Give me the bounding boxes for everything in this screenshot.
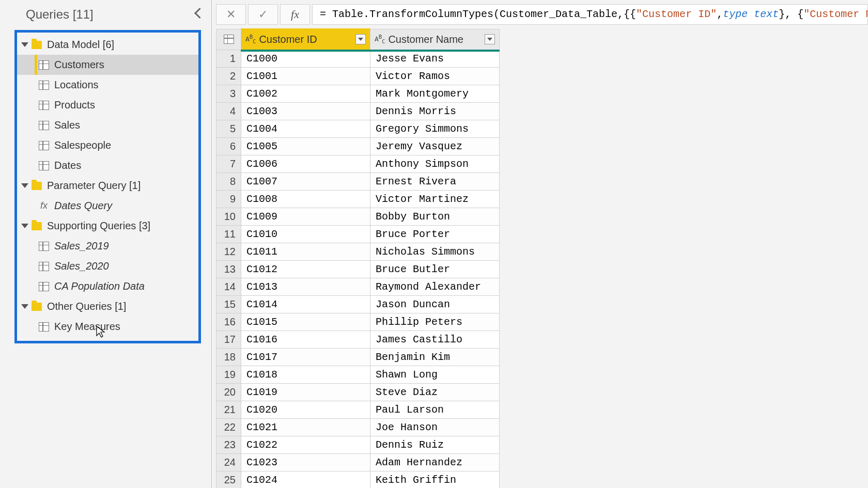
folder-row[interactable]: Other Queries [1] [17,296,198,317]
row-number[interactable]: 9 [216,190,241,208]
query-item[interactable]: Salespeople [17,135,198,155]
query-item[interactable]: Products [17,95,198,115]
row-number[interactable]: 18 [216,348,241,366]
cell-customer-id[interactable]: C1018 [241,366,370,383]
folder-row[interactable]: Supporting Queries [3] [17,216,198,236]
row-number[interactable]: 1 [216,50,241,67]
table-row[interactable]: 16C1015Phillip Peters [216,313,500,330]
table-row[interactable]: 3C1002Mark Montgomery [216,85,500,102]
table-row[interactable]: 25C1024Keith Griffin [216,471,500,488]
row-number[interactable]: 5 [216,120,241,137]
formula-cancel-button[interactable]: ✕ [216,4,246,25]
cell-customer-id[interactable]: C1003 [241,102,370,120]
table-corner-button[interactable] [216,29,241,50]
table-row[interactable]: 2C1001Victor Ramos [216,67,500,85]
cell-customer-id[interactable]: C1020 [241,401,370,418]
row-number[interactable]: 3 [216,85,241,102]
cell-customer-name[interactable]: Jeremy Vasquez [370,137,500,155]
row-number[interactable]: 23 [216,436,241,453]
cell-customer-id[interactable]: C1022 [241,436,370,453]
table-row[interactable]: 22C1021Joe Hanson [216,418,500,436]
row-number[interactable]: 6 [216,137,241,155]
cell-customer-name[interactable]: Jason Duncan [370,295,500,313]
cell-customer-name[interactable]: Mark Montgomery [370,85,500,102]
table-row[interactable]: 17C1016James Castillo [216,330,500,348]
table-row[interactable]: 5C1004Gregory Simmons [216,120,500,137]
cell-customer-id[interactable]: C1024 [241,471,370,488]
cell-customer-name[interactable]: Adam Hernandez [370,453,500,471]
cell-customer-id[interactable]: C1019 [241,383,370,401]
table-row[interactable]: 19C1018Shawn Long [216,366,500,383]
cell-customer-name[interactable]: Keith Griffin [370,471,500,488]
query-item[interactable]: Key Measures [17,317,198,337]
cell-customer-id[interactable]: C1010 [241,225,370,243]
row-number[interactable]: 25 [216,471,241,488]
cell-customer-id[interactable]: C1000 [241,50,370,67]
cell-customer-name[interactable]: Jesse Evans [370,50,500,67]
table-row[interactable]: 20C1019Steve Diaz [216,383,500,401]
cell-customer-id[interactable]: C1009 [241,208,370,225]
row-number[interactable]: 20 [216,383,241,401]
table-row[interactable]: 13C1012Bruce Butler [216,260,500,278]
row-number[interactable]: 10 [216,208,241,225]
cell-customer-name[interactable]: Victor Ramos [370,67,500,85]
column-header-customer-id[interactable]: ABC Customer ID [241,29,370,50]
cell-customer-id[interactable]: C1002 [241,85,370,102]
cell-customer-name[interactable]: Steve Diaz [370,383,500,401]
cell-customer-name[interactable]: Dennis Ruiz [370,436,500,453]
row-number[interactable]: 21 [216,401,241,418]
table-row[interactable]: 23C1022Dennis Ruiz [216,436,500,453]
table-row[interactable]: 14C1013Raymond Alexander [216,278,500,295]
table-row[interactable]: 12C1011Nicholas Simmons [216,243,500,260]
table-row[interactable]: 24C1023Adam Hernandez [216,453,500,471]
cell-customer-name[interactable]: Nicholas Simmons [370,243,500,260]
row-number[interactable]: 12 [216,243,241,260]
cell-customer-id[interactable]: C1001 [241,67,370,85]
table-row[interactable]: 4C1003Dennis Morris [216,102,500,120]
query-item[interactable]: Sales_2019 [17,236,198,256]
table-row[interactable]: 6C1005Jeremy Vasquez [216,137,500,155]
folder-row[interactable]: Data Model [6] [17,35,198,55]
row-number[interactable]: 24 [216,453,241,471]
cell-customer-name[interactable]: Bobby Burton [370,208,500,225]
table-row[interactable]: 18C1017Benjamin Kim [216,348,500,366]
cell-customer-name[interactable]: Anthony Simpson [370,155,500,172]
query-item[interactable]: Locations [17,75,198,95]
cell-customer-id[interactable]: C1021 [241,418,370,436]
row-number[interactable]: 15 [216,295,241,313]
row-number[interactable]: 2 [216,67,241,85]
column-filter-button[interactable] [485,34,495,44]
cell-customer-id[interactable]: C1015 [241,313,370,330]
table-row[interactable]: 9C1008Victor Martinez [216,190,500,208]
cell-customer-id[interactable]: C1014 [241,295,370,313]
formula-input[interactable]: = Table.TransformColumnTypes(Customer_Da… [312,4,868,25]
column-filter-button[interactable] [355,34,366,44]
cell-customer-id[interactable]: C1008 [241,190,370,208]
folder-row[interactable]: Parameter Query [1] [17,176,198,196]
table-row[interactable]: 1C1000Jesse Evans [216,50,500,67]
formula-accept-button[interactable]: ✓ [248,4,278,25]
cell-customer-id[interactable]: C1006 [241,155,370,172]
row-number[interactable]: 17 [216,330,241,348]
cell-customer-name[interactable]: Paul Larson [370,401,500,418]
table-row[interactable]: 21C1020Paul Larson [216,401,500,418]
cell-customer-id[interactable]: C1012 [241,260,370,278]
cell-customer-name[interactable]: Phillip Peters [370,313,500,330]
collapse-panel-icon[interactable] [193,9,203,20]
cell-customer-id[interactable]: C1016 [241,330,370,348]
query-item[interactable]: CA Population Data [17,276,198,296]
cell-customer-name[interactable]: Shawn Long [370,366,500,383]
query-item[interactable]: Customers [17,55,198,75]
cell-customer-id[interactable]: C1004 [241,120,370,137]
row-number[interactable]: 19 [216,366,241,383]
query-item[interactable]: fxDates Query [17,196,198,216]
row-number[interactable]: 11 [216,225,241,243]
fx-button[interactable]: fx [280,4,310,25]
cell-customer-id[interactable]: C1013 [241,278,370,295]
cell-customer-name[interactable]: Raymond Alexander [370,278,500,295]
column-header-customer-name[interactable]: ABC Customer Name [370,29,500,50]
cell-customer-name[interactable]: Gregory Simmons [370,120,500,137]
cell-customer-name[interactable]: Bruce Butler [370,260,500,278]
cell-customer-id[interactable]: C1007 [241,172,370,190]
cell-customer-name[interactable]: Bruce Porter [370,225,500,243]
